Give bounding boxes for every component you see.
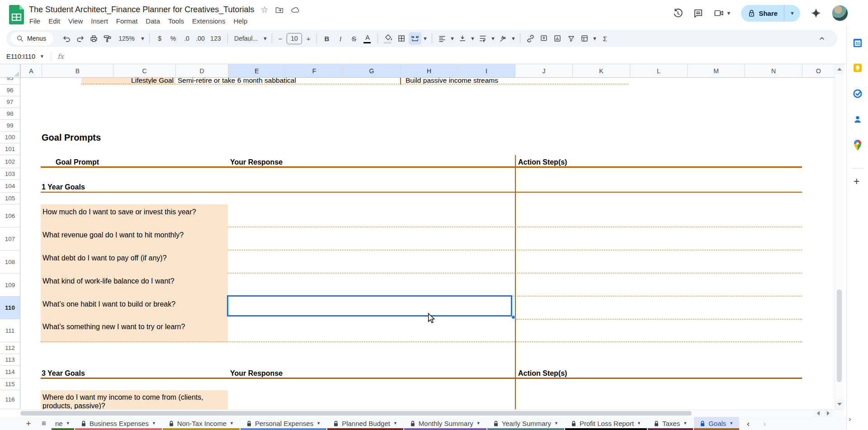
increase-font-size-button[interactable]: + — [304, 32, 313, 45]
menu-extensions[interactable]: Extensions — [188, 16, 229, 26]
paint-format-button[interactable] — [101, 32, 113, 45]
version-history-icon[interactable] — [673, 8, 683, 19]
document-title[interactable]: The Student Architect_Finance Planner fo… — [29, 5, 255, 14]
scroll-down-button[interactable] — [835, 399, 844, 409]
contacts-icon[interactable] — [853, 114, 863, 124]
account-avatar[interactable] — [832, 5, 848, 21]
row-header-113[interactable]: 113 — [0, 354, 20, 366]
horizontal-align-caret-icon[interactable]: ▼ — [449, 32, 456, 45]
zoom-caret-icon[interactable]: ▼ — [139, 32, 146, 45]
scroll-up-button[interactable] — [835, 64, 844, 74]
prompt-cell-row-106[interactable]: How much do I want to save or invest thi… — [41, 204, 228, 227]
menu-data[interactable]: Data — [142, 16, 164, 26]
sheet-tab-business-expenses[interactable]: Business Expenses▼ — [75, 417, 162, 430]
prompt-cell-row-109[interactable]: What kind of work-life balance do I want… — [41, 274, 228, 296]
meet-caret-icon[interactable]: ▼ — [726, 11, 731, 16]
bold-button[interactable]: B — [321, 32, 333, 45]
maps-icon[interactable] — [853, 140, 863, 150]
insert-chart-button[interactable] — [551, 32, 564, 45]
fill-color-button[interactable] — [382, 32, 394, 45]
print-button[interactable] — [87, 32, 100, 45]
column-header-H[interactable]: H — [400, 64, 458, 78]
row-header-115[interactable]: 115 — [0, 378, 20, 390]
horizontal-scroll-thumb[interactable] — [20, 411, 692, 416]
show-side-panel-chevron[interactable]: › — [849, 415, 851, 424]
row-header-107[interactable]: 107 — [0, 227, 20, 250]
column-header-M[interactable]: M — [687, 64, 745, 78]
row-header-108[interactable]: 108 — [0, 250, 20, 274]
name-box[interactable]: E110:I110 ▼ — [0, 53, 51, 60]
row-header-101[interactable]: 101 — [0, 143, 20, 155]
get-addons-button[interactable]: + — [854, 175, 859, 188]
menu-edit[interactable]: Edit — [44, 16, 64, 26]
row-header-112[interactable]: 112 — [0, 342, 20, 354]
comments-icon[interactable] — [693, 8, 703, 19]
column-header-E[interactable]: E — [228, 64, 285, 78]
vertical-align-button[interactable] — [456, 32, 469, 45]
row-header-99[interactable]: 99 — [0, 120, 20, 132]
format-currency-button[interactable]: $ — [153, 32, 166, 45]
column-header-J[interactable]: J — [515, 64, 572, 78]
font-selector[interactable]: Defaul... — [231, 32, 261, 45]
menu-tools[interactable]: Tools — [164, 16, 188, 26]
selected-range-E110-I110[interactable] — [227, 295, 512, 317]
cloud-status-icon[interactable] — [290, 5, 300, 14]
insert-link-button[interactable] — [524, 32, 537, 45]
column-header-I[interactable]: I — [458, 64, 515, 78]
horizontal-align-button[interactable] — [436, 32, 448, 45]
column-header-L[interactable]: L — [630, 64, 687, 78]
meet-video-icon[interactable]: ▼ — [713, 8, 731, 18]
horizontal-scrollbar[interactable] — [20, 409, 844, 417]
scroll-right-button[interactable] — [824, 410, 833, 417]
text-wrap-caret-icon[interactable]: ▼ — [490, 32, 496, 45]
sheet-tab-profit-loss-report[interactable]: Profit Loss Report▼ — [565, 417, 647, 430]
insert-comment-button[interactable] — [538, 32, 550, 45]
share-caret-icon[interactable]: ▼ — [784, 11, 800, 16]
toolbar-search-menus[interactable]: Menus — [11, 32, 53, 45]
row-header-114[interactable]: 114 — [0, 366, 20, 378]
row-header-106[interactable]: 106 — [0, 204, 20, 227]
column-header-B[interactable]: B — [42, 64, 113, 78]
share-button[interactable]: Share ▼ — [741, 5, 800, 22]
prompt-cell-row-107[interactable]: What revenue goal do I want to hit month… — [41, 227, 228, 250]
keep-icon[interactable] — [853, 63, 863, 73]
vertical-scrollbar[interactable] — [835, 64, 844, 409]
row-header-104[interactable]: 104 — [0, 180, 20, 193]
row-header-105[interactable]: 105 — [0, 193, 20, 204]
row-header-111[interactable]: 111 — [0, 319, 20, 342]
sheets-logo-icon[interactable] — [9, 5, 24, 27]
row-header-95[interactable]: 95 — [0, 78, 20, 85]
table-views-button[interactable] — [578, 32, 591, 45]
zoom-control[interactable]: 125% — [114, 32, 139, 45]
table-views-caret-icon[interactable]: ▼ — [591, 32, 598, 45]
calendar-icon[interactable]: 31 — [853, 38, 863, 48]
move-to-folder-icon[interactable] — [275, 5, 284, 14]
column-header-C[interactable]: C — [113, 64, 175, 78]
create-filter-button[interactable] — [565, 32, 577, 45]
text-rotation-caret-icon[interactable]: ▼ — [510, 32, 517, 45]
tab-scroll-right-button[interactable]: › — [756, 417, 773, 430]
column-header-K[interactable]: K — [572, 64, 630, 78]
prompt-cell-row-108[interactable]: What debt do I want to pay off (if any)? — [41, 250, 228, 273]
sheet-tab-yearly-summary[interactable]: Yearly Summary▼ — [487, 417, 564, 430]
italic-button[interactable]: I — [334, 32, 347, 45]
formula-input[interactable] — [64, 49, 846, 64]
star-icon[interactable]: ☆ — [261, 5, 269, 15]
row-header-102[interactable]: 102 — [0, 155, 20, 168]
redo-button[interactable] — [74, 32, 86, 45]
merge-cells-button[interactable] — [409, 32, 421, 45]
sheet-tab-planned-budget[interactable]: Planned Budget▼ — [327, 417, 403, 430]
row-header-100[interactable]: 100 — [0, 132, 20, 143]
row-header-97[interactable]: 97 — [0, 96, 20, 108]
prompt-cell-row-110[interactable]: What’s one habit I want to build or brea… — [41, 297, 228, 319]
column-header-A[interactable]: A — [20, 64, 42, 78]
vertical-align-caret-icon[interactable]: ▼ — [469, 32, 476, 45]
increase-decimals-button[interactable]: .00 — [194, 32, 207, 45]
column-header-N[interactable]: N — [745, 64, 802, 78]
font-size-input[interactable]: 10 — [287, 33, 302, 44]
sheet-tab-taxes[interactable]: Taxes▼ — [648, 417, 693, 430]
vertical-scroll-thumb[interactable] — [837, 289, 842, 382]
tab-scroll-left-button[interactable]: ‹ — [740, 417, 756, 430]
tasks-icon[interactable] — [853, 89, 863, 99]
sheet-tab-ne[interactable]: ne▼ — [52, 417, 74, 430]
